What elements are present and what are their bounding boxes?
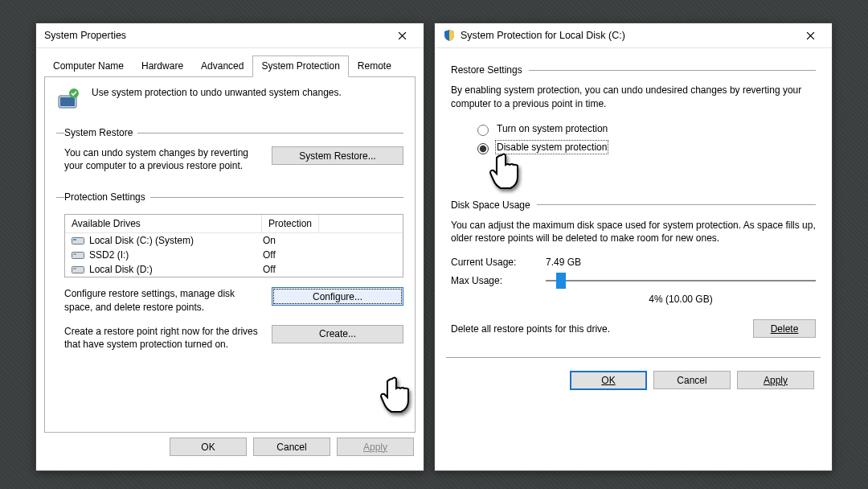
tabs: Computer NameHardwareAdvancedSystem Prot… <box>44 55 416 77</box>
ok-button[interactable]: OK <box>170 438 247 456</box>
drive-icon <box>72 236 84 245</box>
restore-text: You can undo system changes by reverting… <box>64 146 260 172</box>
apply-button[interactable]: Apply <box>737 371 814 389</box>
dialog-footer: OK Cancel Apply <box>44 433 416 456</box>
current-usage-row: Current Usage: 7.49 GB <box>451 257 816 268</box>
svg-rect-8 <box>73 268 76 269</box>
group-legend: System Restore <box>64 127 137 138</box>
tab-content: Use system protection to undo unwanted s… <box>44 77 416 433</box>
table-row[interactable]: Local Disk (D:) Off <box>65 262 403 277</box>
col-protection: Protection <box>262 215 319 232</box>
drives-header: Available Drives Protection <box>65 215 403 233</box>
create-text: Create a restore point right now for the… <box>64 325 260 351</box>
radio-label: Disable system protection <box>497 142 607 153</box>
system-properties-window: System Properties Computer NameHardwareA… <box>35 23 424 471</box>
ok-button[interactable]: OK <box>570 371 647 390</box>
system-restore-group: System Restore You can undo system chang… <box>56 127 403 172</box>
slider-caption: 4% (10.00 GB) <box>546 294 816 305</box>
restore-settings-header: Restore Settings <box>451 64 816 76</box>
svg-rect-4 <box>73 239 76 240</box>
titlebar: System Protection for Local Disk (C:) <box>435 23 832 48</box>
shield-icon <box>443 29 456 42</box>
protection-settings-group: Protection Settings Available Drives Pro… <box>56 191 403 351</box>
col-drives: Available Drives <box>65 215 262 232</box>
drive-icon <box>72 250 84 260</box>
drive-icon <box>72 265 84 274</box>
tab-remote[interactable]: Remote <box>349 55 400 77</box>
drive-name: SSD2 (I:) <box>89 249 258 261</box>
tab-computer-name[interactable]: Computer Name <box>44 55 133 77</box>
configure-button[interactable]: Configure... <box>272 287 403 306</box>
max-usage-row: Max Usage: <box>451 273 816 289</box>
drive-name: Local Disk (D:) <box>89 264 258 275</box>
table-row[interactable]: SSD2 (I:) Off <box>65 248 403 262</box>
max-usage-slider[interactable] <box>546 273 816 289</box>
delete-button[interactable]: Delete <box>753 319 816 338</box>
drive-name: Local Disk (C:) (System) <box>89 235 258 246</box>
radio-label: Turn on system protection <box>497 123 608 134</box>
close-button[interactable] <box>793 25 827 46</box>
create-button[interactable]: Create... <box>272 325 403 343</box>
svg-rect-5 <box>72 253 84 259</box>
group-legend: Protection Settings <box>64 191 150 203</box>
cancel-button[interactable]: Cancel <box>653 371 731 389</box>
tab-hardware[interactable]: Hardware <box>133 55 192 77</box>
drive-state: On <box>263 235 276 246</box>
drive-state: Off <box>263 264 276 275</box>
radio-input[interactable] <box>477 125 489 136</box>
radio-input[interactable] <box>477 143 489 154</box>
current-usage-value: 7.49 GB <box>546 257 581 268</box>
svg-rect-6 <box>73 253 76 255</box>
close-button[interactable] <box>385 25 419 46</box>
delete-text: Delete all restore points for this drive… <box>451 323 745 335</box>
tab-system-protection[interactable]: System Protection <box>252 55 348 77</box>
intro-text: Use system protection to undo unwanted s… <box>92 87 342 98</box>
delete-row: Delete all restore points for this drive… <box>451 319 816 338</box>
tab-advanced[interactable]: Advanced <box>192 55 252 77</box>
radio-disable[interactable]: Disable system protection <box>473 141 816 154</box>
cancel-button[interactable]: Cancel <box>253 438 330 456</box>
intro: Use system protection to undo unwanted s… <box>56 87 403 113</box>
window-title: System Properties <box>44 30 385 41</box>
configure-text: Configure restore settings, manage disk … <box>64 287 260 313</box>
drive-state: Off <box>263 249 276 261</box>
restore-text: By enabling system protection, you can u… <box>451 84 816 111</box>
apply-button[interactable]: Apply <box>337 438 414 456</box>
drives-table[interactable]: Available Drives Protection Local Disk (… <box>64 214 403 277</box>
max-usage-label: Max Usage: <box>451 275 546 286</box>
svg-rect-1 <box>60 97 75 106</box>
dialog-footer: OK Cancel Apply <box>451 366 816 390</box>
disk-text: You can adjust the maximum disk space us… <box>451 219 816 246</box>
window-title: System Protection for Local Disk (C:) <box>461 30 793 41</box>
svg-rect-7 <box>72 267 84 273</box>
disk-space-header: Disk Space Usage <box>451 199 816 211</box>
table-row[interactable]: Local Disk (C:) (System) On <box>65 233 403 248</box>
titlebar: System Properties <box>36 23 424 48</box>
current-usage-label: Current Usage: <box>451 257 546 268</box>
svg-rect-3 <box>72 238 84 244</box>
radio-turn-on[interactable]: Turn on system protection <box>473 122 816 136</box>
system-protection-icon <box>56 87 82 113</box>
system-restore-button[interactable]: System Restore... <box>272 146 403 165</box>
system-protection-disk-window: System Protection for Local Disk (C:) Re… <box>434 23 833 471</box>
